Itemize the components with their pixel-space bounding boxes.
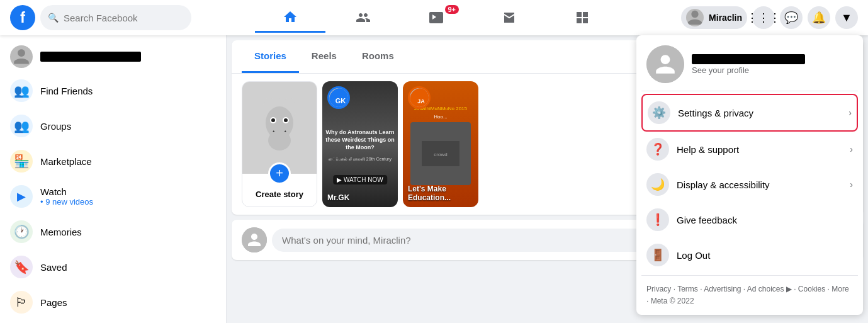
create-story-image — [242, 82, 317, 174]
facebook-logo[interactable]: f — [10, 5, 35, 30]
dropdown-settings-item[interactable]: ⚙️ Settings & privacy › — [641, 94, 858, 132]
watch-icon: ▶ — [10, 185, 33, 208]
sidebar-item-marketplace[interactable]: 🏪 Marketplace — [3, 144, 223, 179]
memories-icon: 🕐 — [10, 220, 33, 243]
status-user-avatar — [242, 227, 267, 252]
sidebar-watch-sublabel: • 9 new videos — [40, 197, 93, 207]
dropdown-logout-item[interactable]: 🚪 Log Out — [641, 237, 858, 273]
sidebar-memories-label: Memories — [40, 227, 82, 237]
create-story-card[interactable]: + Create story — [242, 81, 317, 207]
dropdown-footer: Privacy · Terms · Advertising · Ad choic… — [641, 278, 858, 310]
dropdown-feedback-item[interactable]: ❗ Give feedback — [641, 202, 858, 237]
pages-icon: 🏳 — [10, 291, 33, 314]
sidebar-groups-label: Groups — [40, 121, 71, 132]
help-icon: ❓ — [646, 138, 669, 161]
dropdown-see-profile-link: See your profile — [692, 65, 805, 75]
svg-point-8 — [268, 130, 291, 150]
dropdown-display-label: Display & accessibility — [677, 179, 842, 190]
sidebar: 👥 Find Friends 👥 Groups 🏪 Marketplace ▶ … — [0, 35, 227, 323]
sidebar-pages-label: Pages — [40, 297, 67, 308]
sidebar-username-redacted — [40, 52, 141, 62]
sidebar-marketplace-label: Marketplace — [40, 156, 92, 167]
svg-text:GK: GK — [335, 97, 346, 105]
dropdown-display-item[interactable]: 🌙 Display & accessibility › — [641, 167, 858, 202]
sidebar-watch-label: Watch — [40, 186, 93, 197]
messenger-icon-button[interactable]: 💬 — [780, 6, 803, 29]
story-mrgk[interactable]: Why do Astronauts Learn these Weirdest T… — [322, 81, 398, 207]
sidebar-item-pages[interactable]: 🏳 Pages — [3, 285, 223, 320]
display-icon: 🌙 — [646, 173, 669, 196]
svg-point-7 — [284, 118, 288, 122]
settings-icon: ⚙️ — [648, 101, 670, 124]
story-edu-label: Let's Make Education... — [408, 184, 473, 202]
feedback-icon: ❗ — [646, 208, 669, 231]
user-name-label: Miraclin — [709, 13, 742, 23]
search-input[interactable] — [64, 13, 184, 23]
dropdown-divider-2 — [641, 275, 858, 276]
dropdown-user-avatar — [646, 45, 684, 83]
watch-now-badge: ▶ WATCH NOW — [333, 175, 387, 184]
story-education[interactable]: #JaathiMuNMuNo 2015 Hoo... crowd JA — [403, 81, 478, 207]
user-avatar-small — [686, 9, 704, 26]
search-icon: 🔍 — [48, 13, 59, 23]
sidebar-saved-label: Saved — [40, 262, 67, 273]
sidebar-item-memories[interactable]: 🕐 Memories — [3, 214, 223, 249]
nav-menu-button[interactable] — [547, 3, 617, 33]
watch-badge: 9+ — [445, 5, 459, 14]
nav-home-button[interactable] — [255, 3, 325, 33]
groups-icon: 👥 — [10, 115, 33, 137]
dropdown-logout-label: Log Out — [677, 250, 853, 261]
sidebar-watch-text: Watch • 9 new videos — [40, 186, 93, 207]
sidebar-find-friends-label: Find Friends — [40, 86, 93, 96]
nav-right: Miraclin ⋮⋮⋮ 💬 🔔 ▼ — [681, 6, 858, 29]
tab-reels[interactable]: Reels — [299, 40, 349, 73]
nav-friends-button[interactable] — [328, 3, 398, 33]
apps-icon-button[interactable]: ⋮⋮⋮ — [752, 6, 775, 29]
find-friends-icon: 👥 — [10, 79, 33, 102]
nav-center: 9+ — [191, 3, 681, 33]
story-edu-avatar: JA — [408, 86, 431, 109]
account-dropdown-menu: See your profile ⚙️ Settings & privacy ›… — [636, 35, 863, 315]
account-dropdown-button[interactable]: ▼ — [835, 6, 858, 29]
sidebar-item-find-friends[interactable]: 👥 Find Friends — [3, 73, 223, 108]
dropdown-feedback-label: Give feedback — [677, 215, 853, 225]
notifications-icon-button[interactable]: 🔔 — [808, 6, 830, 29]
create-story-plus-icon: + — [268, 162, 291, 184]
svg-text:crowd: crowd — [434, 152, 447, 157]
svg-text:JA: JA — [417, 98, 425, 105]
dropdown-help-item[interactable]: ❓ Help & support › — [641, 132, 858, 167]
tab-stories[interactable]: Stories — [242, 40, 299, 73]
sidebar-user[interactable] — [3, 40, 223, 73]
help-chevron-icon: › — [850, 144, 853, 154]
svg-point-6 — [271, 118, 275, 122]
saved-icon: 🔖 — [10, 256, 33, 278]
nav-watch-button[interactable]: 9+ — [401, 3, 471, 33]
user-pill[interactable]: Miraclin — [681, 6, 747, 29]
top-navigation: f 🔍 9+ Miraclin ⋮⋮⋮ 💬 🔔 ▼ — [0, 0, 868, 35]
dropdown-help-label: Help & support — [677, 144, 842, 155]
story-mrgk-avatar: GK — [327, 86, 350, 109]
dropdown-settings-label: Settings & privacy — [678, 108, 841, 118]
logout-icon: 🚪 — [646, 244, 669, 266]
display-chevron-icon: › — [850, 179, 853, 190]
dropdown-divider-1 — [641, 91, 858, 91]
sidebar-user-avatar — [10, 45, 33, 68]
dropdown-profile-item[interactable]: See your profile — [641, 40, 858, 88]
story-mrgk-label: Mr.GK — [327, 193, 393, 202]
tab-rooms[interactable]: Rooms — [349, 40, 407, 73]
sidebar-item-saved[interactable]: 🔖 Saved — [3, 249, 223, 285]
settings-chevron-icon: › — [848, 108, 852, 118]
dropdown-profile-name-redacted — [692, 54, 805, 64]
marketplace-icon: 🏪 — [10, 150, 33, 173]
search-bar[interactable]: 🔍 — [40, 5, 191, 30]
sidebar-item-groups[interactable]: 👥 Groups — [3, 108, 223, 144]
sidebar-item-watch[interactable]: ▶ Watch • 9 new videos — [3, 179, 223, 214]
create-story-label: Create story — [256, 190, 303, 199]
nav-marketplace-button[interactable] — [474, 3, 544, 33]
dropdown-profile-info: See your profile — [692, 54, 805, 75]
